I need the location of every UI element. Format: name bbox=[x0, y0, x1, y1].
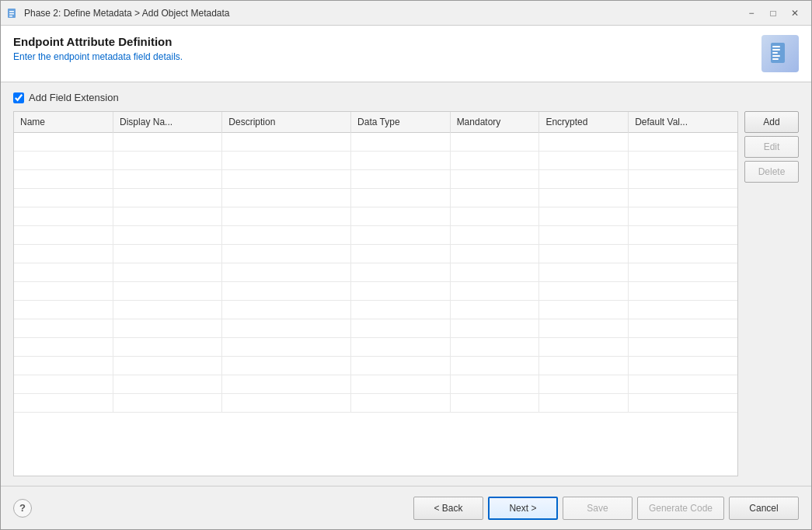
close-button[interactable]: ✕ bbox=[785, 5, 805, 22]
col-header-datatype: Data Type bbox=[351, 112, 451, 133]
svg-rect-9 bbox=[772, 58, 779, 60]
svg-rect-2 bbox=[9, 13, 14, 15]
table-header-row: Name Display Na... Description Data Type… bbox=[14, 112, 737, 133]
col-header-mandatory: Mandatory bbox=[450, 112, 539, 133]
edit-button[interactable]: Edit bbox=[744, 136, 799, 158]
app-icon bbox=[7, 7, 19, 19]
table-row[interactable] bbox=[14, 152, 737, 170]
table-row[interactable] bbox=[14, 375, 737, 394]
svg-rect-7 bbox=[772, 52, 778, 54]
col-header-encrypted: Encrypted bbox=[539, 112, 629, 133]
table-section: Name Display Na... Description Data Type… bbox=[13, 111, 799, 476]
save-button[interactable]: Save bbox=[563, 497, 633, 520]
table-row[interactable] bbox=[14, 301, 737, 319]
table-row[interactable] bbox=[14, 170, 737, 189]
table-row[interactable] bbox=[14, 282, 737, 301]
footer: ? < Back Next > Save Generate Code Cance… bbox=[1, 486, 811, 529]
col-header-name: Name bbox=[14, 112, 113, 133]
content-area: Add Field Extension Name Display Na... D… bbox=[1, 82, 811, 486]
table-row[interactable] bbox=[14, 338, 737, 357]
metadata-icon bbox=[768, 41, 793, 66]
table-body bbox=[14, 133, 737, 413]
cancel-button[interactable]: Cancel bbox=[729, 497, 799, 520]
footer-right: < Back Next > Save Generate Code Cancel bbox=[413, 497, 799, 520]
sidebar-buttons: Add Edit Delete bbox=[744, 111, 799, 476]
header-section: Endpoint Attribute Definition Enter the … bbox=[1, 26, 811, 82]
add-button[interactable]: Add bbox=[744, 111, 799, 133]
add-field-extension-label[interactable]: Add Field Extension bbox=[29, 92, 119, 103]
header-text: Endpoint Attribute Definition Enter the … bbox=[13, 35, 183, 62]
generate-code-button[interactable]: Generate Code bbox=[637, 497, 724, 520]
title-bar-left: Phase 2: Define Metadata > Add Object Me… bbox=[7, 7, 230, 19]
table-row[interactable] bbox=[14, 189, 737, 207]
svg-rect-8 bbox=[772, 55, 780, 57]
title-bar-controls: − □ ✕ bbox=[741, 5, 805, 22]
add-field-extension-row: Add Field Extension bbox=[13, 92, 799, 103]
svg-rect-5 bbox=[772, 46, 780, 47]
col-header-default: Default Val... bbox=[629, 112, 737, 133]
header-icon bbox=[761, 35, 799, 72]
table-row[interactable] bbox=[14, 357, 737, 375]
svg-rect-3 bbox=[9, 16, 12, 17]
footer-left: ? bbox=[13, 499, 32, 518]
table-row[interactable] bbox=[14, 319, 737, 338]
title-bar: Phase 2: Define Metadata > Add Object Me… bbox=[1, 1, 811, 26]
table-container: Name Display Na... Description Data Type… bbox=[13, 111, 738, 476]
table-row[interactable] bbox=[14, 133, 737, 152]
attributes-table: Name Display Na... Description Data Type… bbox=[14, 112, 737, 413]
svg-rect-1 bbox=[9, 11, 14, 12]
svg-rect-6 bbox=[772, 49, 780, 51]
add-field-extension-checkbox[interactable] bbox=[13, 92, 24, 103]
delete-button[interactable]: Delete bbox=[744, 161, 799, 183]
page-title: Endpoint Attribute Definition bbox=[13, 35, 183, 48]
col-header-display: Display Na... bbox=[113, 112, 222, 133]
col-header-description: Description bbox=[222, 112, 351, 133]
page-subtitle: Enter the endpoint metadata field detail… bbox=[13, 51, 183, 62]
table-row[interactable] bbox=[14, 207, 737, 226]
table-row[interactable] bbox=[14, 226, 737, 245]
minimize-button[interactable]: − bbox=[741, 5, 761, 22]
main-window: Phase 2: Define Metadata > Add Object Me… bbox=[0, 0, 812, 530]
table-row[interactable] bbox=[14, 245, 737, 263]
back-button[interactable]: < Back bbox=[413, 497, 483, 520]
restore-button[interactable]: □ bbox=[763, 5, 783, 22]
window-title: Phase 2: Define Metadata > Add Object Me… bbox=[24, 8, 230, 19]
help-button[interactable]: ? bbox=[13, 499, 32, 518]
table-row[interactable] bbox=[14, 394, 737, 413]
table-row[interactable] bbox=[14, 263, 737, 282]
next-button[interactable]: Next > bbox=[488, 497, 558, 520]
